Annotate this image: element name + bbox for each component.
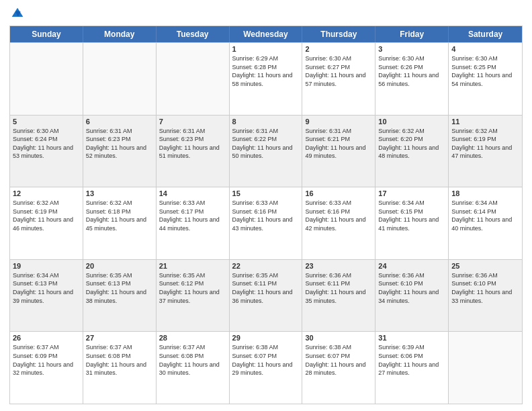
calendar-day: 2 Sunrise: 6:30 AM Sunset: 6:27 PM Dayli… (302, 43, 375, 115)
day-number: 22 (232, 262, 300, 270)
cell-info: Sunrise: 6:31 AM Sunset: 6:23 PM Dayligh… (159, 127, 226, 161)
calendar-day: 14 Sunrise: 6:33 AM Sunset: 6:17 PM Dayl… (157, 187, 230, 259)
calendar-day: 23 Sunrise: 6:36 AM Sunset: 6:11 PM Dayl… (302, 260, 375, 332)
calendar-week: 5 Sunrise: 6:30 AM Sunset: 6:24 PM Dayli… (10, 115, 522, 187)
cell-info: Sunrise: 6:32 AM Sunset: 6:18 PM Dayligh… (86, 199, 153, 232)
calendar-day: 22 Sunrise: 6:35 AM Sunset: 6:11 PM Dayl… (230, 260, 303, 332)
weekday-header: Sunday (10, 26, 83, 42)
day-number: 20 (86, 262, 153, 270)
calendar-day: 12 Sunrise: 6:32 AM Sunset: 6:19 PM Dayl… (10, 187, 83, 259)
calendar-day: 21 Sunrise: 6:35 AM Sunset: 6:12 PM Dayl… (157, 260, 230, 332)
day-number: 8 (232, 118, 300, 126)
day-number: 31 (378, 334, 445, 342)
calendar-header: SundayMondayTuesdayWednesdayThursdayFrid… (10, 26, 522, 42)
day-number: 6 (86, 118, 153, 126)
calendar-day: 4 Sunrise: 6:30 AM Sunset: 6:25 PM Dayli… (449, 43, 522, 115)
calendar-day: 29 Sunrise: 6:38 AM Sunset: 6:07 PM Dayl… (230, 332, 303, 404)
cell-info: Sunrise: 6:34 AM Sunset: 6:14 PM Dayligh… (451, 199, 519, 232)
calendar-day: 18 Sunrise: 6:34 AM Sunset: 6:14 PM Dayl… (449, 187, 522, 259)
cell-info: Sunrise: 6:32 AM Sunset: 6:20 PM Dayligh… (378, 127, 445, 161)
day-number: 1 (232, 45, 300, 53)
header (9, 7, 523, 23)
calendar-day: 3 Sunrise: 6:30 AM Sunset: 6:26 PM Dayli… (375, 43, 449, 115)
day-number: 29 (232, 334, 300, 342)
empty-cell (157, 43, 230, 115)
day-number: 3 (378, 45, 445, 53)
calendar-day: 8 Sunrise: 6:31 AM Sunset: 6:22 PM Dayli… (230, 116, 303, 187)
day-number: 13 (86, 189, 153, 197)
empty-cell (449, 332, 522, 404)
cell-info: Sunrise: 6:33 AM Sunset: 6:17 PM Dayligh… (159, 199, 226, 232)
calendar-day: 10 Sunrise: 6:32 AM Sunset: 6:20 PM Dayl… (375, 116, 449, 187)
cell-info: Sunrise: 6:34 AM Sunset: 6:15 PM Dayligh… (378, 199, 445, 232)
day-number: 24 (378, 262, 445, 270)
calendar-day: 6 Sunrise: 6:31 AM Sunset: 6:23 PM Dayli… (83, 116, 157, 187)
day-number: 25 (451, 262, 519, 270)
calendar-day: 15 Sunrise: 6:33 AM Sunset: 6:16 PM Dayl… (230, 187, 303, 259)
weekday-header: Saturday (449, 26, 522, 42)
day-number: 19 (13, 262, 80, 270)
day-number: 11 (451, 118, 519, 126)
cell-info: Sunrise: 6:37 AM Sunset: 6:08 PM Dayligh… (86, 343, 153, 377)
day-number: 17 (378, 189, 445, 197)
day-number: 5 (13, 118, 80, 126)
logo (9, 7, 26, 23)
calendar-week: 26 Sunrise: 6:37 AM Sunset: 6:09 PM Dayl… (10, 331, 522, 404)
day-number: 21 (159, 262, 226, 270)
empty-cell (10, 43, 83, 115)
calendar-day: 28 Sunrise: 6:37 AM Sunset: 6:08 PM Dayl… (157, 332, 230, 404)
calendar: SundayMondayTuesdayWednesdayThursdayFrid… (9, 26, 523, 404)
day-number: 23 (305, 262, 372, 270)
cell-info: Sunrise: 6:29 AM Sunset: 6:28 PM Dayligh… (232, 54, 300, 88)
cell-info: Sunrise: 6:33 AM Sunset: 6:16 PM Dayligh… (232, 199, 300, 232)
day-number: 12 (13, 189, 80, 197)
cell-info: Sunrise: 6:32 AM Sunset: 6:19 PM Dayligh… (451, 127, 519, 161)
logo-icon (11, 7, 24, 20)
calendar-day: 30 Sunrise: 6:38 AM Sunset: 6:07 PM Dayl… (302, 332, 375, 404)
cell-info: Sunrise: 6:35 AM Sunset: 6:11 PM Dayligh… (232, 271, 300, 305)
cell-info: Sunrise: 6:32 AM Sunset: 6:19 PM Dayligh… (13, 199, 80, 232)
calendar-week: 1 Sunrise: 6:29 AM Sunset: 6:28 PM Dayli… (10, 42, 522, 115)
calendar-day: 26 Sunrise: 6:37 AM Sunset: 6:09 PM Dayl… (10, 332, 83, 404)
calendar-body: 1 Sunrise: 6:29 AM Sunset: 6:28 PM Dayli… (10, 42, 522, 404)
cell-info: Sunrise: 6:34 AM Sunset: 6:13 PM Dayligh… (13, 271, 80, 305)
cell-info: Sunrise: 6:36 AM Sunset: 6:10 PM Dayligh… (451, 271, 519, 305)
calendar-day: 16 Sunrise: 6:33 AM Sunset: 6:16 PM Dayl… (302, 187, 375, 259)
cell-info: Sunrise: 6:31 AM Sunset: 6:23 PM Dayligh… (86, 127, 153, 161)
day-number: 16 (305, 189, 372, 197)
calendar-day: 17 Sunrise: 6:34 AM Sunset: 6:15 PM Dayl… (375, 187, 449, 259)
day-number: 4 (451, 45, 519, 53)
calendar-day: 24 Sunrise: 6:36 AM Sunset: 6:10 PM Dayl… (375, 260, 449, 332)
cell-info: Sunrise: 6:35 AM Sunset: 6:12 PM Dayligh… (159, 271, 226, 305)
cell-info: Sunrise: 6:31 AM Sunset: 6:22 PM Dayligh… (232, 127, 300, 161)
weekday-header: Thursday (302, 26, 375, 42)
cell-info: Sunrise: 6:36 AM Sunset: 6:11 PM Dayligh… (305, 271, 372, 305)
calendar-day: 9 Sunrise: 6:31 AM Sunset: 6:21 PM Dayli… (302, 116, 375, 187)
calendar-day: 27 Sunrise: 6:37 AM Sunset: 6:08 PM Dayl… (83, 332, 157, 404)
calendar-day: 7 Sunrise: 6:31 AM Sunset: 6:23 PM Dayli… (157, 116, 230, 187)
calendar-week: 19 Sunrise: 6:34 AM Sunset: 6:13 PM Dayl… (10, 259, 522, 332)
weekday-header: Monday (83, 26, 157, 42)
cell-info: Sunrise: 6:37 AM Sunset: 6:08 PM Dayligh… (159, 343, 226, 377)
calendar-day: 25 Sunrise: 6:36 AM Sunset: 6:10 PM Dayl… (449, 260, 522, 332)
weekday-header: Wednesday (230, 26, 303, 42)
cell-info: Sunrise: 6:31 AM Sunset: 6:21 PM Dayligh… (305, 127, 372, 161)
cell-info: Sunrise: 6:35 AM Sunset: 6:13 PM Dayligh… (86, 271, 153, 305)
calendar-day: 13 Sunrise: 6:32 AM Sunset: 6:18 PM Dayl… (83, 187, 157, 259)
day-number: 7 (159, 118, 226, 126)
day-number: 2 (305, 45, 372, 53)
weekday-header: Tuesday (157, 26, 230, 42)
day-number: 10 (378, 118, 445, 126)
day-number: 15 (232, 189, 300, 197)
day-number: 26 (13, 334, 80, 342)
cell-info: Sunrise: 6:38 AM Sunset: 6:07 PM Dayligh… (305, 343, 372, 377)
calendar-week: 12 Sunrise: 6:32 AM Sunset: 6:19 PM Dayl… (10, 187, 522, 259)
calendar-day: 20 Sunrise: 6:35 AM Sunset: 6:13 PM Dayl… (83, 260, 157, 332)
weekday-header: Friday (375, 26, 449, 42)
cell-info: Sunrise: 6:30 AM Sunset: 6:24 PM Dayligh… (13, 127, 80, 161)
page: SundayMondayTuesdayWednesdayThursdayFrid… (0, 0, 532, 411)
empty-cell (83, 43, 157, 115)
calendar-day: 11 Sunrise: 6:32 AM Sunset: 6:19 PM Dayl… (449, 116, 522, 187)
calendar-day: 31 Sunrise: 6:39 AM Sunset: 6:06 PM Dayl… (375, 332, 449, 404)
day-number: 27 (86, 334, 153, 342)
